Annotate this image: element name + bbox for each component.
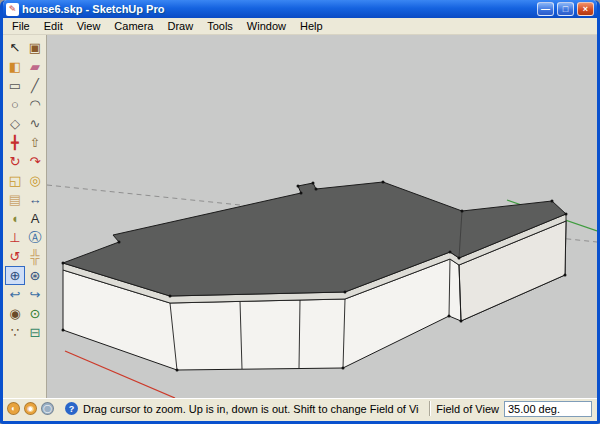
main-area: ↖▣◧▰▭╱○◠◇∿╋⇧↻↷◱◎▤↔◖A⊥Ⓐ↺╬⊕⊛↩↪◉⊙∵⊟ [3,35,597,398]
field-of-view-label: Field of View [436,403,499,415]
polygon-tool[interactable]: ◇ [5,114,25,133]
sketchup-window: ✎ house6.skp - SketchUp Pro — □ × FileEd… [0,0,600,424]
eraser-icon: ▰ [30,60,40,73]
zoom-tool[interactable]: ⊕ [5,266,25,285]
push-pull-tool[interactable]: ⇧ [25,133,45,152]
section-plane-icon: ⊟ [30,326,41,339]
dimension-icon: ↔ [29,193,42,206]
statusbar-divider [429,401,431,416]
text-icon: A [31,212,40,225]
status-button-2[interactable]: ◉ [24,402,37,415]
paint-bucket-tool[interactable]: ◧ [5,57,25,76]
3d-text-icon: Ⓐ [29,231,42,244]
window-title: house6.skp - SketchUp Pro [22,3,534,15]
polygon-icon: ◇ [10,117,20,130]
dimension-tool[interactable]: ↔ [25,190,45,209]
orbit-tool[interactable]: ↺ [5,247,25,266]
zoom-icon: ⊕ [10,269,21,282]
tape-measure-icon: ▤ [9,193,21,206]
tool-palette: ↖▣◧▰▭╱○◠◇∿╋⇧↻↷◱◎▤↔◖A⊥Ⓐ↺╬⊕⊛↩↪◉⊙∵⊟ [3,35,47,398]
protractor-icon: ◖ [11,212,19,225]
maximize-button[interactable]: □ [557,2,574,16]
freehand-tool[interactable]: ∿ [25,114,45,133]
orbit-icon: ↺ [10,250,21,263]
sketchup-logo-icon: ✎ [6,3,19,16]
previous-tool[interactable]: ↩ [5,285,25,304]
status-button-1[interactable]: ◐ [7,402,20,415]
make-component-tool[interactable]: ▣ [25,38,45,57]
walk-tool[interactable]: ∵ [5,323,25,342]
axes-tool[interactable]: ⊥ [5,228,25,247]
menu-view[interactable]: View [70,19,108,33]
rotate-icon: ↻ [10,155,21,168]
follow-me-tool[interactable]: ↷ [25,152,45,171]
tape-measure-tool[interactable]: ▤ [5,190,25,209]
menu-tools[interactable]: Tools [200,19,240,33]
status-hint-text: Drag cursor to zoom. Up is in, down is o… [83,403,419,415]
titlebar[interactable]: ✎ house6.skp - SketchUp Pro — □ × [3,0,597,18]
minimize-button[interactable]: — [537,2,554,16]
3d-text-tool[interactable]: Ⓐ [25,228,45,247]
scale-icon: ◱ [9,174,21,187]
line-icon: ╱ [31,79,39,92]
position-camera-tool[interactable]: ◉ [5,304,25,323]
statusbar: ◐◉◯ ? Drag cursor to zoom. Up is in, dow… [3,398,597,418]
menu-window[interactable]: Window [240,19,293,33]
move-icon: ╋ [11,136,19,149]
push-pull-icon: ⇧ [30,136,41,149]
scale-tool[interactable]: ◱ [5,171,25,190]
pan-icon: ╬ [30,250,39,263]
rotate-tool[interactable]: ↻ [5,152,25,171]
look-around-icon: ⊙ [30,307,41,320]
walk-icon: ∵ [11,326,19,339]
next-icon: ↪ [30,288,41,301]
zoom-extents-icon: ⊛ [30,269,41,282]
zoom-extents-tool[interactable]: ⊛ [25,266,45,285]
make-component-icon: ▣ [29,41,41,54]
house-model [62,181,568,372]
eraser-tool[interactable]: ▰ [25,57,45,76]
close-button[interactable]: × [577,2,594,16]
arc-tool[interactable]: ◠ [25,95,45,114]
freehand-icon: ∿ [30,117,41,130]
status-button-3[interactable]: ◯ [41,402,54,415]
menu-help[interactable]: Help [293,19,330,33]
line-tool[interactable]: ╱ [25,76,45,95]
menu-camera[interactable]: Camera [107,19,160,33]
protractor-tool[interactable]: ◖ [5,209,25,228]
previous-icon: ↩ [10,288,21,301]
help-button[interactable]: ? [65,402,78,415]
menu-edit[interactable]: Edit [37,19,70,33]
menubar: FileEditViewCameraDrawToolsWindowHelp [3,18,597,35]
menu-file[interactable]: File [5,19,37,33]
field-of-view-input[interactable]: 35.00 deg. [504,401,592,417]
follow-me-icon: ↷ [30,155,41,168]
section-plane-tool[interactable]: ⊟ [25,323,45,342]
paint-bucket-icon: ◧ [9,60,21,73]
offset-icon: ◎ [29,174,40,187]
pan-tool[interactable]: ╬ [25,247,45,266]
circle-icon: ○ [11,98,19,111]
viewport[interactable] [47,35,597,398]
arc-icon: ◠ [29,98,40,111]
axes-icon: ⊥ [9,231,20,244]
circle-tool[interactable]: ○ [5,95,25,114]
rectangle-tool[interactable]: ▭ [5,76,25,95]
offset-tool[interactable]: ◎ [25,171,45,190]
move-tool[interactable]: ╋ [5,133,25,152]
rectangle-icon: ▭ [9,79,21,92]
position-camera-icon: ◉ [9,307,20,320]
text-tool[interactable]: A [25,209,45,228]
select-tool[interactable]: ↖ [5,38,25,57]
menu-draw[interactable]: Draw [160,19,200,33]
select-icon: ↖ [10,41,21,54]
look-around-tool[interactable]: ⊙ [25,304,45,323]
status-icons: ◐◉◯ [7,402,54,415]
model-svg [47,35,597,398]
next-tool[interactable]: ↪ [25,285,45,304]
